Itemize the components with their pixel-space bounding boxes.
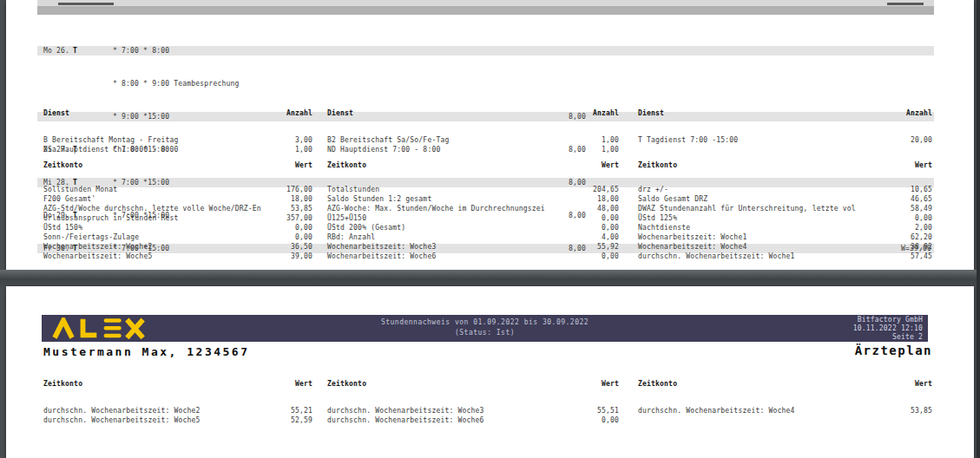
zeitkonto-label: drz +/-: [638, 186, 668, 193]
dienst-section: Dienst Anzahl B Bereitschaft Montag - Fr…: [6, 94, 974, 137]
zeitkonto-label: AZG-Woche: Max. Stunden/Woche im Durchre…: [327, 205, 545, 213]
clipped-text-fragment: [887, 3, 924, 5]
zeitkonto-row: Ü125+Ü150 0,00: [327, 214, 619, 224]
zeitkonto-column-1: Zeitkonto Wert Sollstunden Monat 176,00 …: [43, 146, 312, 194]
zeitkonto-column-2: Zeitkonto Wert Totalstunden 204,65 Saldo…: [327, 146, 619, 194]
dienst-label: B2 Bereitschaft Sa/So/Fe-Tag: [327, 136, 449, 144]
zeitkonto-label: Wochenarbeitszeit: Woche6: [327, 252, 436, 260]
report-title-line1: Stundennachweis von 01.09.2022 bis 30.09…: [42, 317, 928, 328]
zeitkonto-value: 53,85: [911, 407, 932, 415]
zeitkonto-label: RBd: Anzahl: [327, 233, 375, 241]
zeitkonto-label: Sollstunden Monat: [43, 186, 117, 193]
zeitkonto-value: 0,00: [602, 416, 619, 424]
zeitkonto-value: 18,00: [597, 195, 619, 203]
dienst-row: T Tagdienst 7:00 -15:00 20,00: [638, 136, 932, 146]
day-row: * 8:00 * 9:00 Teambesprechung: [37, 79, 934, 88]
zeitkonto-column-1: Zeitkonto Wert durchschn. Wochenarbeitsz…: [43, 364, 312, 413]
zeitkonto-row: ÜStd 200% (Gesamt) 0,00: [327, 224, 619, 233]
zeitkonto-value: 55,51: [597, 407, 619, 415]
dienst-row: B2 Bereitschaft Sa/So/Fe-Tag 1,00: [327, 136, 619, 146]
zeitkonto-row: drz +/- 10,65: [638, 186, 932, 195]
zeitkonto-row: durchschn. Wochenarbeitszeit: Woche4 53,…: [638, 407, 932, 416]
zeitkonto-row: ÜStd 150% 0,00: [43, 224, 312, 233]
zeitkonto-row: Wochenarbeitszeit: Woche6 0,00: [327, 252, 619, 262]
zeitkonto-value: 4,00: [602, 233, 619, 241]
day-row: Mo 26. T * 7:00 * 8:00: [37, 46, 934, 56]
report-meta: Bitfactory GmbH 10.11.2022 12:10 Seite 2: [853, 316, 923, 342]
zeitkonto-row: durchschn. Wochenarbeitszeit: Woche1 57,…: [638, 252, 932, 262]
zeitkonto-value: 2,00: [915, 224, 932, 232]
zeitkonto-row: Sollstunden Monat 176,00: [43, 186, 312, 195]
zeitkonto-row: durchschn. Wochenarbeitszeit: Woche3 55,…: [327, 407, 619, 416]
day-label: Mo 26.: [43, 47, 69, 55]
zeitkonto-label: Wochenarbeitszeit: Woche5: [43, 252, 152, 260]
dienst-row: B Bereitschaft Montag - Freitag 3,00: [43, 136, 312, 146]
zeitkonto-value: 48,00: [597, 205, 619, 213]
zeitkonto-value: 0,00: [602, 214, 619, 222]
page2-zeitkonto-section: Zeitkonto Wert durchschn. Wochenarbeitsz…: [6, 364, 974, 408]
zeitkonto-value: 357,00: [286, 214, 312, 222]
report-page-2: Stundennachweis von 01.09.2022 bis 30.09…: [6, 286, 974, 458]
zeitkonto-label: Wochenarbeitszeit: Woche4: [638, 243, 747, 251]
zeitkonto-label: Totalstunden: [327, 186, 379, 193]
zeitkonto-label: Wochenarbeitszeit: Woche2: [43, 243, 152, 251]
dienst-column-2: Dienst Anzahl B2 Bereitschaft Sa/So/Fe-T…: [327, 94, 619, 142]
zeitkonto-label: durchschn. Wochenarbeitszeit: Woche3: [327, 407, 484, 415]
plan-title: Ärzteplan: [855, 344, 932, 357]
zeitkonto-column-3: Zeitkonto Wert drz +/- 10,65 Saldo Gesam…: [638, 146, 932, 194]
zeitkonto-column-2: Zeitkonto Wert durchschn. Wochenarbeitsz…: [327, 364, 619, 413]
zeitkonto-label: Ü125+Ü150: [327, 214, 366, 222]
zeitkonto-label: Saldo Gesamt DRZ: [638, 195, 707, 203]
zeitkonto-value: 52,59: [291, 416, 312, 424]
zeitkonto-row: Wochenarbeitszeit: Woche5 39,00: [43, 252, 312, 262]
zeitkonto-row: F200 Gesamt' 18,00: [43, 195, 312, 205]
zeitkonto-label: ÜStd 125%: [638, 214, 677, 222]
zeitkonto-row: Nachtdienste 2,00: [638, 224, 932, 233]
zeitkonto-row: Urlaubsanspruch in Stunden Rest 357,00: [43, 214, 312, 224]
zeitkonto-row: Saldo Gesamt DRZ 46,65: [638, 195, 932, 205]
zeitkonto-row: durchschn. Wochenarbeitszeit: Woche6 0,0…: [327, 416, 619, 426]
zeitkonto-value: 0,00: [602, 252, 619, 260]
zeitkonto-label: ÜStd 150%: [43, 224, 82, 232]
zeitkonto-row: durchschn. Wochenarbeitszeit: Woche5 52,…: [43, 416, 312, 426]
company-name: Bitfactory GmbH: [853, 316, 923, 324]
page-separator: [0, 270, 980, 286]
zeitkonto-value: 55,92: [597, 243, 619, 251]
zeitkonto-value: 57,45: [911, 252, 932, 260]
zeitkonto-column-3: Zeitkonto Wert durchschn. Wochenarbeitsz…: [638, 364, 932, 413]
zeitkonto-row: ÜStd 125% 0,00: [638, 214, 932, 224]
shift-code: T: [73, 47, 77, 55]
zeitkonto-row: RBd: Anzahl 4,00: [327, 233, 619, 243]
clipped-text-fragment: [58, 3, 114, 5]
zeitkonto-label: Nachtdienste: [638, 224, 690, 232]
report-header-bar: Stundennachweis von 01.09.2022 bis 30.09…: [42, 315, 928, 342]
zeitkonto-value: 62,20: [911, 233, 932, 241]
document-viewer: Mo 26. T * 7:00 * 8:00 * 8:00 * 9:00 Tea…: [0, 0, 980, 458]
time-range: * 8:00 * 9:00 Teambesprechung: [113, 80, 239, 88]
zeitkonto-value: 36,50: [291, 243, 312, 251]
print-datetime: 10.11.2022 12:10: [853, 324, 923, 333]
zeitkonto-row: AZG-Std/Woche durchschn. letzte volle Wo…: [43, 205, 312, 214]
zeitkonto-label: ÜStd 200% (Gesamt): [327, 224, 405, 232]
zeitkonto-value: 204,65: [593, 186, 619, 193]
zeitkonto-label: durchschn. Wochenarbeitszeit: Woche2: [43, 407, 201, 415]
zeitkonto-label: AZG-Std/Woche durchschn. letzte volle Wo…: [43, 205, 261, 213]
zeitkonto-label: Urlaubsanspruch in Stunden Rest: [43, 214, 179, 222]
clipped-row: [37, 0, 934, 6]
zeitkonto-label: Wochenarbeitszeit: Woche1: [638, 233, 747, 241]
zeitkonto-label: durchschn. Wochenarbeitszeit: Woche4: [638, 407, 795, 415]
dienst-column-1: Dienst Anzahl B Bereitschaft Montag - Fr…: [43, 94, 312, 142]
zeitkonto-row: Sonn-/Feiertags-Zulage 0,00: [43, 233, 312, 243]
dienst-value: 3,00: [295, 136, 312, 144]
zeitkonto-value: 38,92: [911, 243, 932, 251]
dienst-column-3: Dienst Anzahl T Tagdienst 7:00 -15:00 20…: [638, 94, 932, 142]
zeitkonto-row: Wochenarbeitszeit: Woche4 38,92: [638, 243, 932, 252]
dienst-value: 1,00: [602, 136, 619, 144]
zeitkonto-label: durchschn. Wochenarbeitszeit: Woche5: [43, 416, 201, 424]
zeitkonto-label: durchschn. Wochenarbeitszeit: Woche6: [327, 416, 484, 424]
zeitkonto-value: 58,49: [911, 205, 932, 213]
zeitkonto-label: DWAZ Stundenanzahl für Unterschreitung, …: [638, 205, 856, 213]
zeitkonto-section: Zeitkonto Wert Sollstunden Monat 176,00 …: [6, 146, 974, 245]
zeitkonto-row: Wochenarbeitszeit: Woche1 62,20: [638, 233, 932, 243]
zeitkonto-label: durchschn. Wochenarbeitszeit: Woche1: [638, 252, 795, 260]
